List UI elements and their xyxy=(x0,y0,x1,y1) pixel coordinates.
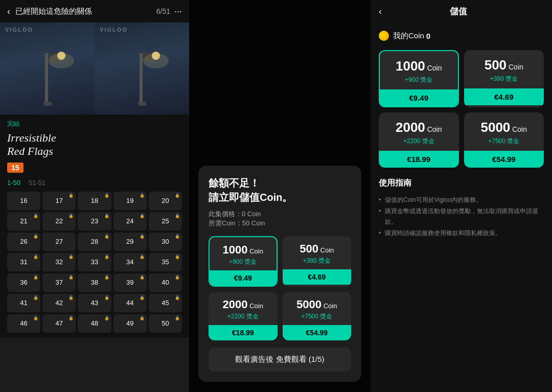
episode-item[interactable]: 42🔒 xyxy=(42,294,76,312)
right-pkg-card[interactable]: 5000 Coin +7500 獎金 €54.99 xyxy=(464,112,544,168)
right-pkg-card[interactable]: 2000 Coin +2200 獎金 €18.99 xyxy=(379,112,459,168)
episode-item[interactable]: 46🔒 xyxy=(7,314,40,333)
complete-badge: 完結 xyxy=(7,120,182,128)
episode-item[interactable]: 39🔒 xyxy=(113,273,147,292)
episode-item[interactable]: 35🔒 xyxy=(149,253,182,271)
svg-point-3 xyxy=(49,53,74,68)
left-header: ‹ 已經開始這危險的關係 6/51 ··· xyxy=(0,0,189,22)
episode-item[interactable]: 25🔒 xyxy=(149,212,182,230)
my-coin-label: 我的Coin xyxy=(393,31,424,41)
instructions-title: 使用指南 xyxy=(379,178,544,189)
right-panel-title: 儲值 xyxy=(387,6,530,17)
right-header: ‹ 儲值 xyxy=(371,0,552,22)
back-button-right[interactable]: ‹ xyxy=(379,6,382,17)
insufficient-balance-dialog: 餘額不足！請立即儲值Coin。 此集價格：0 Coin 所需Coin：50 Co… xyxy=(198,166,361,382)
episode-item[interactable]: 24🔒 xyxy=(113,212,147,230)
episode-item[interactable]: 28🔒 xyxy=(78,233,111,251)
more-options-button[interactable]: ··· xyxy=(174,6,182,17)
comic-panel-right: VIGLOO xyxy=(95,22,189,114)
tab-1-50[interactable]: 1-50 xyxy=(7,179,20,187)
coin-packages-grid: 1000 Coin +900 獎金 €9.49 500 Coin +380 獎金… xyxy=(209,236,351,340)
episode-item[interactable]: 26🔒 xyxy=(7,233,40,251)
episode-item[interactable]: 45🔒 xyxy=(149,294,182,312)
episode-grid: 1617🔒18🔒19🔒20🔒21🔒22🔒23🔒24🔒25🔒26🔒2728🔒29🔒… xyxy=(7,192,182,333)
comic-panel-left: VIGLOO xyxy=(0,22,95,114)
episode-tabs: 1-50 51-51 xyxy=(7,179,182,187)
right-panel: ‹ 儲值 我的Coin 0 1000 Coin +900 獎金 €9.49 50… xyxy=(371,0,552,392)
instruction-item: 儲值的Coin可用於Vigloo內的服務。 xyxy=(379,195,544,206)
episode-item[interactable]: 23🔒 xyxy=(78,212,111,230)
episode-item[interactable]: 18🔒 xyxy=(78,192,111,210)
episode-item[interactable]: 50🔒 xyxy=(149,314,182,333)
episode-item[interactable]: 48🔒 xyxy=(78,314,111,333)
episode-item[interactable]: 37🔒 xyxy=(42,273,76,292)
episode-item[interactable]: 30🔒 xyxy=(149,233,182,251)
episode-item[interactable]: 21🔒 xyxy=(7,212,40,230)
my-coin-row: 我的Coin 0 xyxy=(379,31,544,41)
episode-item[interactable]: 40🔒 xyxy=(149,273,182,292)
instructions-list: 儲值的Coin可用於Vigloo內的服務。購買金幣或透過活動發放的獎勵，無法取消… xyxy=(379,195,544,239)
back-button-left[interactable]: ‹ xyxy=(7,6,10,17)
episode-item[interactable]: 34🔒 xyxy=(113,253,147,271)
episode-item[interactable]: 29🔒 xyxy=(113,233,147,251)
dialog-price-info: 此集價格：0 Coin 所需Coin：50 Coin xyxy=(209,210,351,228)
watch-ad-button[interactable]: 觀看廣告後 免費觀看 (1/5) xyxy=(209,348,351,372)
comic-title-header: 已經開始這危險的關係 xyxy=(15,7,156,16)
right-content: 我的Coin 0 1000 Coin +900 獎金 €9.49 500 Coi… xyxy=(371,22,552,247)
episode-item[interactable]: 32🔒 xyxy=(42,253,76,271)
episode-item[interactable]: 36🔒 xyxy=(7,273,40,292)
dialog-title: 餘額不足！請立即儲值Coin。 xyxy=(209,176,351,204)
svg-rect-4 xyxy=(140,53,143,104)
streetlamp-svg-left xyxy=(0,22,95,114)
episode-item[interactable]: 33🔒 xyxy=(78,253,111,271)
coin-package[interactable]: 5000 Coin +7500 獎金 €54.99 xyxy=(283,292,352,340)
episode-item[interactable]: 27 xyxy=(42,233,76,251)
coin-package[interactable]: 500 Coin +380 獎金 €4.69 xyxy=(283,236,352,287)
svg-rect-1 xyxy=(43,102,52,106)
svg-point-7 xyxy=(143,53,169,68)
episode-item[interactable]: 19🔒 xyxy=(113,192,147,210)
svg-rect-0 xyxy=(45,53,48,104)
my-coin-value: 0 xyxy=(426,32,430,40)
comic-main-title: Irresistible Red Flags xyxy=(7,131,182,158)
coin-icon xyxy=(379,31,389,41)
coin-package[interactable]: 1000 Coin +900 獎金 €9.49 xyxy=(209,236,278,287)
tab-51-51[interactable]: 51-51 xyxy=(29,179,45,187)
svg-rect-5 xyxy=(138,102,146,106)
left-bottom-section: 完結 Irresistible Red Flags 15 1-50 51-51 … xyxy=(0,114,189,338)
age-rating-badge: 15 xyxy=(7,163,24,173)
instruction-item: 購買時請確認服務使用條款和隱私權政策。 xyxy=(379,228,544,239)
right-packages-grid: 1000 Coin +900 獎金 €9.49 500 Coin +380 獎金… xyxy=(379,50,544,168)
episode-item[interactable]: 43🔒 xyxy=(78,294,111,312)
episode-item[interactable]: 16 xyxy=(7,192,40,210)
episode-item[interactable]: 47🔒 xyxy=(42,314,76,333)
episode-item[interactable]: 41🔒 xyxy=(7,294,40,312)
episode-item[interactable]: 38🔒 xyxy=(78,273,111,292)
episode-item[interactable]: 20🔒 xyxy=(149,192,182,210)
episode-item[interactable]: 22🔒 xyxy=(42,212,76,230)
right-pkg-card[interactable]: 1000 Coin +900 獎金 €9.49 xyxy=(379,50,459,107)
episode-counter: 6/51 xyxy=(156,7,170,15)
coin-package[interactable]: 2000 Coin +2200 獎金 €18.99 xyxy=(209,292,278,340)
middle-panel: 餘額不足！請立即儲值Coin。 此集價格：0 Coin 所需Coin：50 Co… xyxy=(189,0,371,392)
episode-item[interactable]: 17🔒 xyxy=(42,192,76,210)
instruction-item: 購買金幣或透過活動發放的獎勵，無法取消購買或申請退款。 xyxy=(379,206,544,228)
episode-item[interactable]: 31🔒 xyxy=(7,253,40,271)
left-panel: ‹ 已經開始這危險的關係 6/51 ··· VIGLOO VIGLOO xyxy=(0,0,189,392)
right-pkg-card[interactable]: 500 Coin +380 獎金 €4.69 xyxy=(464,50,544,107)
episode-item[interactable]: 49🔒 xyxy=(113,314,147,333)
episode-item[interactable]: 44🔒 xyxy=(113,294,147,312)
streetlamp-svg-right xyxy=(95,22,189,114)
